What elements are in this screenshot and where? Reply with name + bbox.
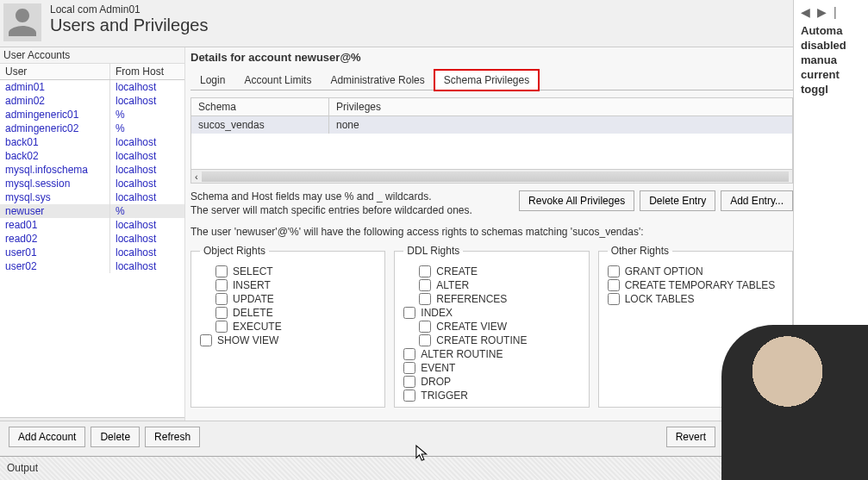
user-row[interactable]: user02localhost <box>0 259 184 273</box>
privilege-create[interactable]: CREATE <box>419 265 579 277</box>
schema-cell: sucos_vendas <box>191 116 329 134</box>
privilege-checkbox[interactable] <box>215 279 228 291</box>
user-row[interactable]: newuser% <box>0 204 184 218</box>
revoke-all-button[interactable]: Revoke All Privileges <box>519 190 634 211</box>
schema-table[interactable]: Schema Privileges sucos_vendas none ‹ <box>190 97 793 184</box>
access-rights-text: The user 'newuser'@'%' will have the fol… <box>190 226 793 238</box>
user-row[interactable]: mysql.sessionlocalhost <box>0 177 184 190</box>
privilege-update[interactable]: UPDATE <box>215 293 376 305</box>
delete-entry-button[interactable]: Delete Entry <box>640 190 715 211</box>
col-host-header[interactable]: From Host <box>110 64 184 79</box>
privilege-create-view[interactable]: CREATE VIEW <box>419 321 579 333</box>
schema-hscroll[interactable]: ‹ <box>191 169 792 183</box>
tabs: Login Account Limits Administrative Role… <box>190 69 793 90</box>
user-row[interactable]: admingeneric01% <box>0 108 184 122</box>
privilege-checkbox[interactable] <box>403 390 415 402</box>
user-table-header: User From Host <box>0 64 184 80</box>
privilege-checkbox[interactable] <box>215 265 228 277</box>
details-title: Details for account newuser@% <box>190 47 793 69</box>
privilege-alter[interactable]: ALTER <box>419 279 579 291</box>
privilege-create-routine[interactable]: CREATE ROUTINE <box>419 334 579 346</box>
schema-col-header[interactable]: Schema <box>191 98 329 115</box>
user-row[interactable]: admin01localhost <box>0 80 184 94</box>
tab-login[interactable]: Login <box>190 70 234 90</box>
privilege-execute[interactable]: EXECUTE <box>215 321 376 333</box>
user-row[interactable]: read01localhost <box>0 218 184 232</box>
user-row[interactable]: user01localhost <box>0 246 184 259</box>
connection-label: Local com Admin01 <box>50 3 208 16</box>
add-entry-button[interactable]: Add Entry... <box>721 190 793 211</box>
privilege-checkbox[interactable] <box>419 321 431 333</box>
page-title: Users and Privileges <box>50 16 208 35</box>
user-accounts-table[interactable]: User From Host admin01localhostadmin02lo… <box>0 64 184 417</box>
priv-cell: none <box>329 116 792 134</box>
privilege-references[interactable]: REFERENCES <box>419 293 579 305</box>
privilege-grant-option[interactable]: GRANT OPTION <box>608 265 784 277</box>
privilege-checkbox[interactable] <box>608 265 620 277</box>
revert-button[interactable]: Revert <box>666 427 715 447</box>
tab-account-limits[interactable]: Account Limits <box>234 70 321 90</box>
page-header: Local com Admin01 Users and Privileges <box>0 0 793 47</box>
user-row[interactable]: back01localhost <box>0 135 184 149</box>
cursor-icon <box>415 445 431 466</box>
privilege-create-temporary-tables[interactable]: CREATE TEMPORARY TABLES <box>608 279 784 291</box>
user-row[interactable]: admingeneric02% <box>0 122 184 135</box>
user-row[interactable]: read02localhost <box>0 232 184 246</box>
object-rights-group: Object Rights SELECTINSERTUPDATEDELETEEX… <box>190 245 385 408</box>
webcam-overlay <box>721 325 868 480</box>
privilege-checkbox[interactable] <box>403 348 415 360</box>
privilege-checkbox[interactable] <box>608 279 620 291</box>
schema-row[interactable]: sucos_vendas none <box>191 116 792 134</box>
separator-icon: | <box>834 5 837 19</box>
privilege-select[interactable]: SELECT <box>215 265 376 277</box>
delete-button[interactable]: Delete <box>91 427 140 447</box>
nav-back-icon[interactable]: ◀ <box>801 5 810 19</box>
user-row[interactable]: admin02localhost <box>0 94 184 108</box>
ddl-rights-group: DDL Rights CREATEALTERREFERENCESINDEXCRE… <box>394 245 589 408</box>
privilege-checkbox[interactable] <box>403 376 415 388</box>
user-accounts-title: User Accounts <box>0 47 184 64</box>
privilege-show-view[interactable]: SHOW VIEW <box>200 334 376 346</box>
object-rights-legend: Object Rights <box>200 245 269 257</box>
user-row[interactable]: mysql.infoschemalocalhost <box>0 163 184 177</box>
add-account-button[interactable]: Add Account <box>9 427 85 447</box>
ddl-rights-legend: DDL Rights <box>403 245 463 257</box>
privilege-insert[interactable]: INSERT <box>215 279 376 291</box>
refresh-button[interactable]: Refresh <box>145 427 200 447</box>
privilege-checkbox[interactable] <box>215 293 228 305</box>
privilege-event[interactable]: EVENT <box>403 362 579 374</box>
privilege-alter-routine[interactable]: ALTER ROUTINE <box>403 348 579 360</box>
privileges-col-header[interactable]: Privileges <box>329 98 792 115</box>
avatar-icon <box>3 3 41 41</box>
privilege-checkbox[interactable] <box>419 279 431 291</box>
tab-admin-roles[interactable]: Administrative Roles <box>321 70 434 90</box>
user-row[interactable]: mysql.syslocalhost <box>0 190 184 204</box>
privilege-index[interactable]: INDEX <box>403 307 579 319</box>
privilege-trigger[interactable]: TRIGGER <box>403 390 579 402</box>
privilege-checkbox[interactable] <box>200 334 212 346</box>
privilege-checkbox[interactable] <box>215 307 228 319</box>
wildcard-note: Schema and Host fields may use % and _ w… <box>190 190 472 217</box>
tab-schema-privileges[interactable]: Schema Privileges <box>434 70 539 90</box>
privilege-checkbox[interactable] <box>403 362 415 374</box>
privilege-checkbox[interactable] <box>419 265 431 277</box>
nav-fwd-icon[interactable]: ▶ <box>817 5 827 19</box>
user-row[interactable]: back02localhost <box>0 149 184 163</box>
privilege-checkbox[interactable] <box>215 321 228 333</box>
privilege-checkbox[interactable] <box>419 293 431 305</box>
privilege-checkbox[interactable] <box>608 293 620 305</box>
privilege-delete[interactable]: DELETE <box>215 307 376 319</box>
other-rights-legend: Other Rights <box>608 245 672 257</box>
privilege-checkbox[interactable] <box>403 307 415 319</box>
privilege-drop[interactable]: DROP <box>403 376 579 388</box>
privilege-lock-tables[interactable]: LOCK TABLES <box>608 293 784 305</box>
privilege-checkbox[interactable] <box>419 334 431 346</box>
bottom-toolbar: Add Account Delete Refresh Revert <box>0 421 793 452</box>
schema-table-header: Schema Privileges <box>191 98 792 116</box>
col-user-header[interactable]: User <box>0 64 110 79</box>
